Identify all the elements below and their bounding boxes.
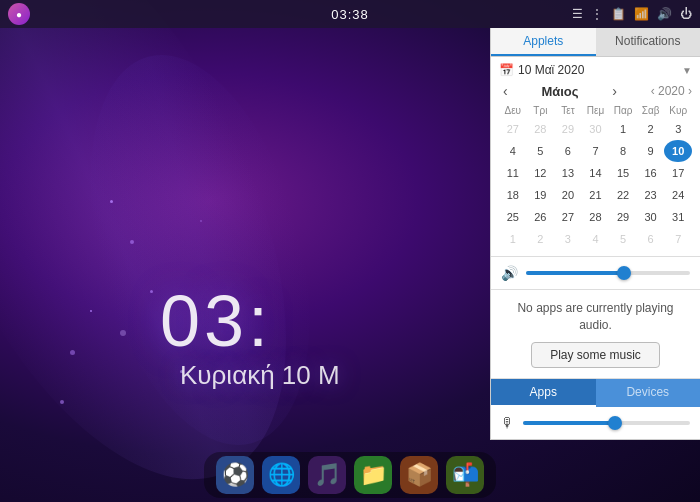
cal-day[interactable]: 8 bbox=[609, 140, 637, 162]
taskbar-right: ☰ ⋮ 📋 📶 🔊 ⏻ bbox=[572, 7, 692, 21]
tray-network-icon[interactable]: 📶 bbox=[634, 7, 649, 21]
prev-month-button[interactable]: ‹ bbox=[499, 83, 512, 99]
cal-day[interactable]: 12 bbox=[527, 162, 555, 184]
tab-devices[interactable]: Devices bbox=[596, 379, 701, 407]
cal-day[interactable]: 29 bbox=[609, 206, 637, 228]
desktop-date: Κυριακή 10 Μ bbox=[180, 360, 340, 391]
cal-day[interactable]: 17 bbox=[664, 162, 692, 184]
desktop-clock: 03: bbox=[160, 280, 272, 362]
volume-slider-thumb[interactable] bbox=[617, 266, 631, 280]
calendar-grid: Δευ Τρι Τετ Πεμ Παρ Σαβ Κυρ 27 28 29 bbox=[499, 103, 692, 250]
tab-apps[interactable]: Apps bbox=[491, 379, 596, 407]
dock-item-files[interactable]: 📁 bbox=[354, 456, 392, 494]
cal-day[interactable]: 24 bbox=[664, 184, 692, 206]
mic-slider-fill bbox=[523, 421, 615, 425]
next-month-button[interactable]: › bbox=[608, 83, 621, 99]
tab-applets[interactable]: Applets bbox=[491, 28, 596, 56]
calendar-section: 📅 10 Μαϊ 2020 ▼ ‹ Μάιος › ‹ 2020 › Δευ Τ… bbox=[491, 57, 700, 257]
cal-day-today[interactable]: 10 bbox=[664, 140, 692, 162]
cal-day[interactable]: 7 bbox=[582, 140, 610, 162]
cal-day[interactable]: 25 bbox=[499, 206, 527, 228]
cal-day[interactable]: 6 bbox=[554, 140, 582, 162]
date-selector-chevron: ▼ bbox=[682, 65, 692, 76]
cal-day[interactable]: 6 bbox=[637, 228, 665, 250]
table-row: 25 26 27 28 29 30 31 bbox=[499, 206, 692, 228]
panel-tabs: Applets Notifications bbox=[491, 28, 700, 57]
calendar-nav: ‹ Μάιος › ‹ 2020 › bbox=[499, 83, 692, 99]
panel-popup: Applets Notifications 📅 10 Μαϊ 2020 ▼ ‹ … bbox=[490, 28, 700, 440]
cal-day[interactable]: 28 bbox=[527, 118, 555, 140]
tray-power-icon[interactable]: ⏻ bbox=[680, 7, 692, 21]
cal-day[interactable]: 28 bbox=[582, 206, 610, 228]
cal-day[interactable]: 21 bbox=[582, 184, 610, 206]
volume-section: 🔊 bbox=[491, 257, 700, 290]
table-row: 4 5 6 7 8 9 10 bbox=[499, 140, 692, 162]
year-label[interactable]: ‹ 2020 › bbox=[651, 84, 692, 98]
cal-day[interactable]: 7 bbox=[664, 228, 692, 250]
cal-day[interactable]: 2 bbox=[637, 118, 665, 140]
mic-section: 🎙 bbox=[491, 407, 700, 439]
tray-dots-icon[interactable]: ⋮ bbox=[591, 7, 603, 21]
cal-day[interactable]: 27 bbox=[554, 206, 582, 228]
table-row: 18 19 20 21 22 23 24 bbox=[499, 184, 692, 206]
volume-slider-fill bbox=[526, 271, 624, 275]
cal-day[interactable]: 1 bbox=[499, 228, 527, 250]
cal-day[interactable]: 15 bbox=[609, 162, 637, 184]
dock: ⚽ 🌐 🎵 📁 📦 📬 bbox=[204, 452, 496, 498]
volume-icon: 🔊 bbox=[501, 265, 518, 281]
cal-day[interactable]: 13 bbox=[554, 162, 582, 184]
taskbar-clock[interactable]: 03:38 bbox=[331, 7, 369, 22]
table-row: 27 28 29 30 1 2 3 bbox=[499, 118, 692, 140]
dock-item-browser[interactable]: 🌐 bbox=[262, 456, 300, 494]
tab-notifications[interactable]: Notifications bbox=[596, 28, 701, 56]
selected-date-label: 10 Μαϊ 2020 bbox=[518, 63, 584, 77]
cal-day[interactable]: 23 bbox=[637, 184, 665, 206]
cal-day[interactable]: 1 bbox=[609, 118, 637, 140]
tray-audio-icon[interactable]: 🔊 bbox=[657, 7, 672, 21]
cal-day[interactable]: 4 bbox=[582, 228, 610, 250]
mic-slider[interactable] bbox=[523, 421, 690, 425]
cal-day[interactable]: 31 bbox=[664, 206, 692, 228]
desktop: ● 03:38 ☰ ⋮ 📋 📶 🔊 ⏻ 03: Κυριακή 10 Μ ⚽ 🌐… bbox=[0, 0, 700, 502]
cal-day[interactable]: 30 bbox=[637, 206, 665, 228]
col-tue: Τρι bbox=[527, 103, 555, 118]
cal-day[interactable]: 3 bbox=[554, 228, 582, 250]
cal-day[interactable]: 14 bbox=[582, 162, 610, 184]
menu-button[interactable]: ● bbox=[8, 3, 30, 25]
cal-day[interactable]: 3 bbox=[664, 118, 692, 140]
tray-files-icon[interactable]: 📋 bbox=[611, 7, 626, 21]
cal-day[interactable]: 20 bbox=[554, 184, 582, 206]
calendar-icon: 📅 bbox=[499, 63, 514, 77]
cal-day[interactable]: 11 bbox=[499, 162, 527, 184]
dock-item-packages[interactable]: 📦 bbox=[400, 456, 438, 494]
cal-day[interactable]: 26 bbox=[527, 206, 555, 228]
cal-day[interactable]: 27 bbox=[499, 118, 527, 140]
no-audio-text: No apps are currently playing audio. bbox=[501, 300, 690, 334]
dock-item-music[interactable]: 🎵 bbox=[308, 456, 346, 494]
taskbar-left: ● bbox=[8, 3, 30, 25]
cal-day[interactable]: 2 bbox=[527, 228, 555, 250]
mic-icon: 🎙 bbox=[501, 415, 515, 431]
cal-day[interactable]: 5 bbox=[609, 228, 637, 250]
col-sun: Κυρ bbox=[664, 103, 692, 118]
cal-day[interactable]: 19 bbox=[527, 184, 555, 206]
play-music-button[interactable]: Play some music bbox=[531, 342, 660, 368]
cal-day[interactable]: 9 bbox=[637, 140, 665, 162]
taskbar: ● 03:38 ☰ ⋮ 📋 📶 🔊 ⏻ bbox=[0, 0, 700, 28]
dock-item-mail[interactable]: 📬 bbox=[446, 456, 484, 494]
cal-day[interactable]: 18 bbox=[499, 184, 527, 206]
volume-slider[interactable] bbox=[526, 271, 690, 275]
cal-day[interactable]: 16 bbox=[637, 162, 665, 184]
cal-day[interactable]: 22 bbox=[609, 184, 637, 206]
cal-day[interactable]: 29 bbox=[554, 118, 582, 140]
cal-day[interactable]: 30 bbox=[582, 118, 610, 140]
dock-item-soccer[interactable]: ⚽ bbox=[216, 456, 254, 494]
menu-icon: ● bbox=[16, 9, 22, 20]
month-label: Μάιος bbox=[541, 84, 578, 99]
tray-menu-icon[interactable]: ☰ bbox=[572, 7, 583, 21]
date-selector[interactable]: 📅 10 Μαϊ 2020 ▼ bbox=[499, 63, 692, 77]
mic-slider-thumb[interactable] bbox=[608, 416, 622, 430]
cal-day[interactable]: 5 bbox=[527, 140, 555, 162]
cal-day[interactable]: 4 bbox=[499, 140, 527, 162]
col-mon: Δευ bbox=[499, 103, 527, 118]
